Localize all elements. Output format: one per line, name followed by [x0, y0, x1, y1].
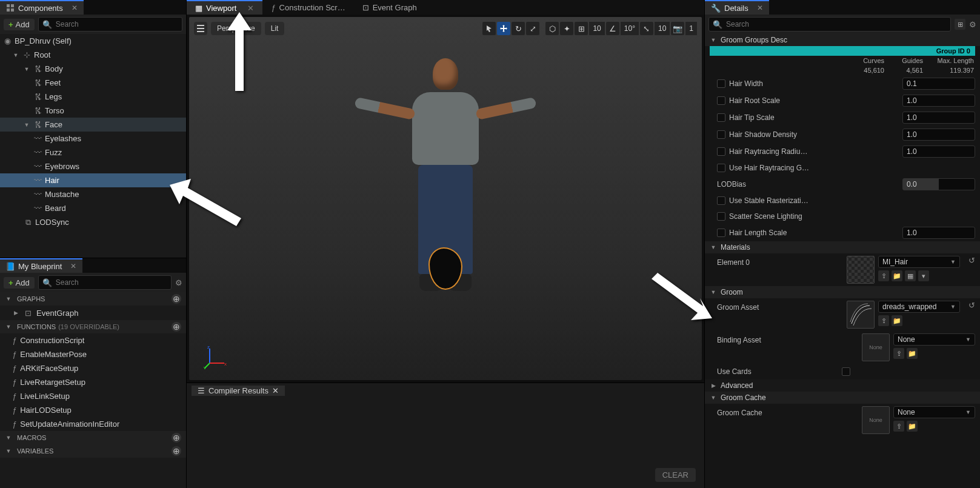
- add-macro-button[interactable]: ⊕: [172, 433, 181, 443]
- function-enablemasterpose[interactable]: ƒEnableMasterPose: [0, 347, 186, 361]
- add-blueprint-button[interactable]: + Add: [4, 277, 35, 289]
- tree-row-self[interactable]: ◉ BP_Dhruv (Self): [0, 34, 186, 48]
- use-selected-button[interactable]: ⇪: [878, 270, 889, 281]
- browse-to-button[interactable]: 📁: [892, 315, 902, 326]
- binding-asset-thumbnail[interactable]: None: [862, 333, 890, 361]
- tree-row-beard[interactable]: 〰Beard: [0, 201, 186, 215]
- tab-viewport[interactable]: ▦ Viewport ✕: [187, 0, 262, 15]
- override-checkbox[interactable]: [717, 229, 725, 237]
- snap-scale-button[interactable]: ⤡: [640, 22, 653, 35]
- chevron-right-icon[interactable]: ▶: [12, 309, 19, 316]
- tab-my-blueprint[interactable]: 📘 My Blueprint ✕: [0, 258, 82, 273]
- binding-asset-dropdown[interactable]: None▼: [893, 333, 975, 346]
- use-selected-button[interactable]: ⇪: [893, 421, 904, 432]
- tab-components[interactable]: Components ✕: [0, 0, 84, 15]
- gear-icon[interactable]: ⚙: [175, 278, 182, 287]
- camera-speed-button[interactable]: 📷: [671, 22, 684, 35]
- rotate-tool-button[interactable]: ↻: [512, 22, 525, 35]
- override-checkbox[interactable]: [717, 164, 725, 172]
- close-icon[interactable]: ✕: [272, 386, 279, 395]
- function-setupdateanimation[interactable]: ƒSetUpdateAnimationInEditor: [0, 417, 186, 431]
- tab-event-graph[interactable]: ⊡ Event Graph: [354, 0, 425, 15]
- category-groom-groups-desc[interactable]: ▼ Groom Groups Desc: [705, 34, 980, 46]
- lit-button[interactable]: Lit: [265, 22, 285, 35]
- add-variable-button[interactable]: ⊕: [172, 446, 181, 456]
- scale-tool-button[interactable]: ⤢: [526, 22, 539, 35]
- override-checkbox[interactable]: [717, 196, 725, 205]
- tree-row-lodsync[interactable]: ⧉LODSync: [0, 215, 186, 229]
- details-search-input[interactable]: [726, 20, 947, 28]
- tree-row-feet[interactable]: ⛕Feet: [0, 76, 186, 90]
- override-checkbox[interactable]: [717, 79, 725, 88]
- groom-cache-dropdown[interactable]: None▼: [893, 406, 975, 418]
- use-selected-button[interactable]: ⇪: [893, 348, 904, 359]
- chevron-down-icon[interactable]: ▼: [23, 65, 30, 73]
- chevron-down-icon[interactable]: ▼: [23, 121, 30, 129]
- function-liveretargetsetup[interactable]: ƒLiveRetargetSetup: [0, 375, 186, 389]
- browse-to-button[interactable]: 📁: [907, 421, 918, 432]
- tree-row-face[interactable]: ▼ ⛕ Face: [0, 118, 186, 132]
- tree-row-fuzz[interactable]: 〰Fuzz: [0, 145, 186, 159]
- function-livelinksetup[interactable]: ƒLiveLinkSetup: [0, 389, 186, 403]
- close-icon[interactable]: ✕: [757, 4, 763, 12]
- viewport-options-button[interactable]: [194, 22, 207, 35]
- add-graph-button[interactable]: ⊕: [172, 294, 181, 304]
- angle-value[interactable]: 10°: [621, 22, 639, 35]
- hair-raytracing-radius-input[interactable]: 1.0: [902, 145, 975, 158]
- category-materials[interactable]: ▼ Materials: [705, 241, 980, 253]
- browse-to-button[interactable]: 📁: [907, 348, 918, 359]
- snap-button[interactable]: ✦: [560, 22, 573, 35]
- use-selected-button[interactable]: ⇪: [878, 315, 889, 326]
- tree-row-eyelashes[interactable]: 〰Eyelashes: [0, 132, 186, 145]
- components-search-input[interactable]: [56, 20, 178, 28]
- texture-button[interactable]: ▦: [905, 270, 916, 281]
- hair-root-scale-input[interactable]: 1.0: [902, 95, 975, 107]
- clear-button[interactable]: CLEAR: [655, 468, 696, 482]
- blueprint-search-input[interactable]: [56, 278, 167, 287]
- select-tool-button[interactable]: [482, 22, 496, 35]
- scale-value[interactable]: 10: [655, 22, 670, 35]
- close-icon[interactable]: ✕: [72, 4, 78, 12]
- groom-asset-dropdown[interactable]: dreads_wrapped▼: [878, 301, 960, 313]
- snap-surface-button[interactable]: ⬡: [545, 22, 559, 35]
- reset-to-default-button[interactable]: ↺: [968, 256, 975, 265]
- translate-tool-button[interactable]: [497, 22, 510, 35]
- gear-icon[interactable]: ⚙: [969, 20, 976, 29]
- groom-cache-thumbnail[interactable]: None: [862, 406, 890, 434]
- hair-width-input[interactable]: 0.1: [902, 78, 975, 90]
- function-hairlodsetup[interactable]: ƒHairLODSetup: [0, 403, 186, 417]
- section-functions[interactable]: ▼ FUNCTIONS (19 OVERRIDABLE) ⊕: [0, 320, 186, 333]
- override-checkbox[interactable]: [717, 212, 725, 221]
- components-tree[interactable]: ◉ BP_Dhruv (Self) ▼ ⊹ Root ▼ ⛕ Body ⛕Fee…: [0, 34, 186, 258]
- tree-row-torso[interactable]: ⛕Torso: [0, 104, 186, 118]
- tree-row-eyebrows[interactable]: 〰Eyebrows: [0, 159, 186, 173]
- tree-row-body[interactable]: ▼ ⛕ Body: [0, 62, 186, 76]
- close-icon[interactable]: ✕: [70, 262, 76, 270]
- snap-grid-button[interactable]: ⊞: [575, 22, 588, 35]
- add-function-button[interactable]: ⊕: [172, 322, 181, 332]
- tree-row-legs[interactable]: ⛕Legs: [0, 90, 186, 104]
- tab-compiler-results[interactable]: ☰ Compiler Results ✕: [192, 386, 285, 396]
- material-dropdown[interactable]: MI_Hair▼: [878, 256, 960, 268]
- close-icon[interactable]: ✕: [247, 4, 254, 13]
- groom-asset-thumbnail[interactable]: [847, 301, 875, 329]
- hair-length-scale-input[interactable]: 1.0: [902, 227, 975, 239]
- override-checkbox[interactable]: [717, 113, 725, 122]
- hair-tip-scale-input[interactable]: 1.0: [902, 112, 975, 124]
- grid-value[interactable]: 10: [589, 22, 604, 35]
- browse-to-button[interactable]: 📁: [892, 270, 902, 281]
- override-checkbox[interactable]: [717, 96, 725, 105]
- function-arkitfacesetup[interactable]: ƒARKitFaceSetup: [0, 361, 186, 375]
- tree-row-hair[interactable]: 〰Hair: [0, 173, 186, 187]
- section-variables[interactable]: ▼VARIABLES ⊕: [0, 444, 186, 458]
- hair-shadow-density-input[interactable]: 1.0: [902, 129, 975, 141]
- chevron-down-icon[interactable]: ▾: [918, 270, 929, 281]
- use-cards-checkbox[interactable]: [842, 367, 850, 376]
- lodbias-input[interactable]: 0.0: [902, 178, 975, 190]
- category-advanced[interactable]: ▶ Advanced: [705, 379, 980, 392]
- snap-angle-button[interactable]: ∠: [606, 22, 619, 35]
- add-component-button[interactable]: + Add: [4, 19, 35, 30]
- graph-eventgraph[interactable]: ▶ ⊡ EventGraph: [0, 306, 186, 320]
- category-groom[interactable]: ▼ Groom: [705, 286, 980, 298]
- category-groom-cache[interactable]: ▼ Groom Cache: [705, 392, 980, 404]
